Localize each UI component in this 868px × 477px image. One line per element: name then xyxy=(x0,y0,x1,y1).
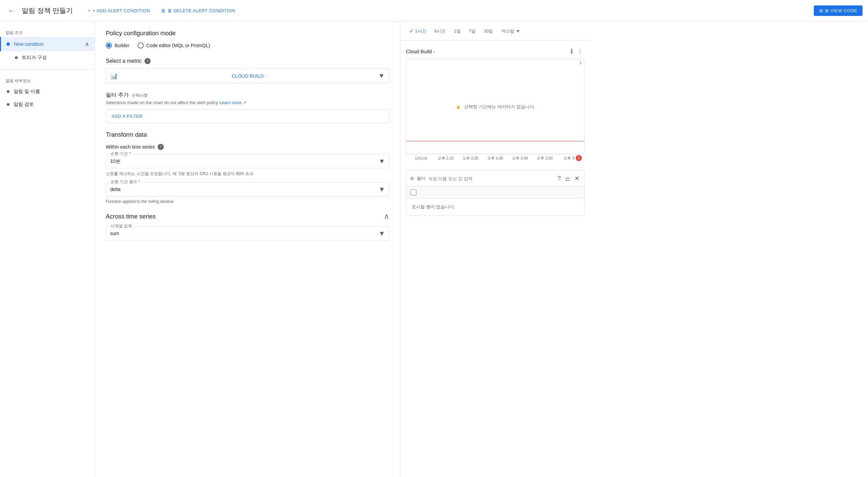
xaxis-badge: 0 xyxy=(576,155,582,161)
sidebar-item-alert-name[interactable]: 알림 및 이름 xyxy=(0,85,95,98)
7d-label: 7일 xyxy=(469,28,476,34)
rolling-window-select[interactable]: 10분 5분 15분 30분 1시간 xyxy=(106,154,389,168)
filter-search-input[interactable] xyxy=(428,176,557,181)
delete-alert-label: 🗑 DELETE ALERT CONDITION xyxy=(167,8,235,13)
timeline-line xyxy=(406,141,584,141)
radio-group: Builder Code editor (MQL or PromQL) xyxy=(106,42,389,49)
xaxis-240: 오후 2:40 xyxy=(508,156,532,161)
no-data-text: 선택한 기간에는 데이터가 없습니다. xyxy=(464,103,535,110)
chart-more-button[interactable]: ⋮ xyxy=(576,46,585,56)
close-icon: ✕ xyxy=(574,175,579,182)
metric-chart-icon: 📊 xyxy=(110,72,118,80)
header-right: ⊞ ⊞ VIEW CODE xyxy=(814,5,863,16)
time-6h-button[interactable]: 6시간 xyxy=(431,26,449,36)
back-icon: ← xyxy=(8,6,15,15)
xaxis-220: 오후 2:20 xyxy=(458,156,483,161)
chart-title-row: Cloud Build - ℹ ⋮ xyxy=(406,46,585,56)
back-button[interactable]: ← xyxy=(5,5,18,17)
delete-alert-condition-button[interactable]: 🗑 🗑 DELETE ALERT CONDITION xyxy=(157,5,240,16)
time-1d-button[interactable]: 1일 xyxy=(450,26,464,36)
across-collapsible-header[interactable]: Across time series ∧ xyxy=(106,212,389,221)
filter-desc-text: Selections made on the chart do not affe… xyxy=(106,100,218,105)
filter-title: 필터 추가 xyxy=(106,92,129,99)
code-editor-radio[interactable] xyxy=(138,42,144,49)
xaxis-250: 오후 2:50 xyxy=(532,156,557,161)
active-dot xyxy=(6,42,10,46)
info-icon: ℹ xyxy=(571,48,573,55)
rolling-window-fn-select[interactable]: delta rate mean sum min max xyxy=(106,182,389,196)
alert-details-label: 알림 세부정보 xyxy=(0,75,95,85)
add-filter-button[interactable]: ADD A FILTER xyxy=(106,109,389,123)
time-30d-button[interactable]: 30일 xyxy=(480,26,496,36)
view-code-label: ⊞ VIEW CODE xyxy=(825,8,857,13)
filter-columns-button[interactable]: ⚌ xyxy=(564,174,571,183)
sub-dot xyxy=(15,56,18,59)
metric-value: CLOUD BUILD - xyxy=(120,73,378,79)
page-title: 알림 정책 만들기 xyxy=(22,6,73,15)
1h-label: 1시간 xyxy=(415,28,426,34)
header-actions: + + ADD ALERT CONDITION 🗑 🗑 DELETE ALERT… xyxy=(84,5,239,16)
code-editor-option[interactable]: Code editor (MQL or PromQL) xyxy=(138,42,210,49)
time-custom-button[interactable]: 커스텀 ▼ xyxy=(498,26,524,36)
time-7d-button[interactable]: 7일 xyxy=(466,26,479,36)
chart-y-max: 1 xyxy=(406,59,584,66)
filter-description: Selections made on the chart do not affe… xyxy=(106,100,389,105)
external-link-icon: ↗ xyxy=(243,100,246,105)
rolling-window-fn-label: 순환 기간 함수 * xyxy=(109,179,141,185)
across-time-series-section: Across time series ∧ 시계열 집계 sum mean min… xyxy=(106,212,389,241)
new-condition-label: New condition xyxy=(14,41,85,47)
learn-more-link[interactable]: Learn more xyxy=(219,100,241,105)
sidebar-item-alert-review[interactable]: 알림 검토 xyxy=(0,98,95,111)
trigger-config-label: 트리거 구성 xyxy=(22,55,89,61)
right-panel-header: ✓ 1시간 6시간 1일 7일 30일 커스텀 ▼ xyxy=(400,22,590,41)
top-header: ← 알림 정책 만들기 + + ADD ALERT CONDITION 🗑 🗑 … xyxy=(0,0,868,22)
chart-xaxis: UTC+9 오후 2:10 오후 2:20 오후 2:30 오후 2:40 오후… xyxy=(406,154,585,162)
filter-select-all-checkbox[interactable] xyxy=(410,189,416,195)
view-code-button[interactable]: ⊞ ⊞ VIEW CODE xyxy=(814,5,863,16)
sidebar: 알림 조건 New condition ∧ 트리거 구성 알림 세부정보 알림 … xyxy=(0,22,95,477)
no-data-message: ▲ 선택한 기간에는 데이터가 없습니다. xyxy=(455,103,535,110)
alert-name-label: 알림 및 이름 xyxy=(14,89,89,95)
aggregation-select[interactable]: sum mean min max count xyxy=(106,226,389,241)
filter-panel-actions: ? ⚌ ✕ xyxy=(557,174,580,183)
collapse-icon: ∧ xyxy=(384,212,389,221)
add-alert-label: + ADD ALERT CONDITION xyxy=(93,8,150,13)
rolling-window-fn-hint: Function applied to the rolling window xyxy=(106,199,389,204)
add-alert-condition-button[interactable]: + + ADD ALERT CONDITION xyxy=(84,5,154,16)
metric-title-text: Select a metric xyxy=(106,58,142,64)
rolling-window-fn-wrapper: 순환 기간 함수 * delta rate mean sum min max ▼ xyxy=(106,182,389,196)
builder-option[interactable]: Builder xyxy=(106,42,130,49)
aggregation-wrapper: 시계열 집계 sum mean min max count ▼ xyxy=(106,226,389,241)
alert-name-dot xyxy=(7,90,9,93)
1d-label: 1일 xyxy=(454,28,460,34)
time-filters: ✓ 1시간 6시간 1일 7일 30일 커스텀 ▼ xyxy=(406,26,524,36)
chart-info-button[interactable]: ℹ xyxy=(569,46,574,56)
xaxis-210: 오후 2:10 xyxy=(433,156,458,161)
sidebar-item-trigger-config[interactable]: 트리거 구성 xyxy=(0,51,95,64)
expand-icon: ∧ xyxy=(85,40,89,48)
filter-help-button[interactable]: ? xyxy=(557,174,561,183)
content-area: Policy configuration mode Builder Code e… xyxy=(95,22,400,477)
warning-icon: ▲ xyxy=(455,103,461,110)
across-title: Across time series xyxy=(106,213,156,220)
builder-radio[interactable] xyxy=(106,42,112,49)
alert-review-dot xyxy=(7,103,9,106)
alert-conditions-label: 알림 조건 xyxy=(0,27,95,37)
time-1h-button[interactable]: ✓ 1시간 xyxy=(406,26,430,36)
add-icon: + xyxy=(88,8,91,13)
filter-panel-header: ≡ 필터 ? ⚌ ✕ xyxy=(406,171,584,187)
within-each-help-icon[interactable]: ? xyxy=(158,144,164,150)
right-panel: ✓ 1시간 6시간 1일 7일 30일 커스텀 ▼ xyxy=(400,22,590,477)
metric-help-icon[interactable]: ? xyxy=(144,58,151,64)
chart-area: 1 ▲ 선택한 기간에는 데이터가 없습니다. xyxy=(406,59,585,154)
policy-config-section: Policy configuration mode Builder Code e… xyxy=(106,30,389,49)
filter-close-button[interactable]: ✕ xyxy=(574,174,580,183)
filter-label-text: 필터 xyxy=(417,175,426,182)
filter-section: 필터 추가 선택사항 Selections made on the chart … xyxy=(106,92,389,123)
dropdown-arrow-icon: ▼ xyxy=(378,72,385,80)
sidebar-divider xyxy=(0,70,95,70)
more-vert-icon: ⋮ xyxy=(577,48,583,55)
sidebar-item-new-condition[interactable]: New condition ∧ xyxy=(0,37,95,51)
aggregation-field: 시계열 집계 sum mean min max count ▼ xyxy=(106,226,389,241)
metric-dropdown[interactable]: 📊 CLOUD BUILD - ▼ xyxy=(106,68,389,83)
